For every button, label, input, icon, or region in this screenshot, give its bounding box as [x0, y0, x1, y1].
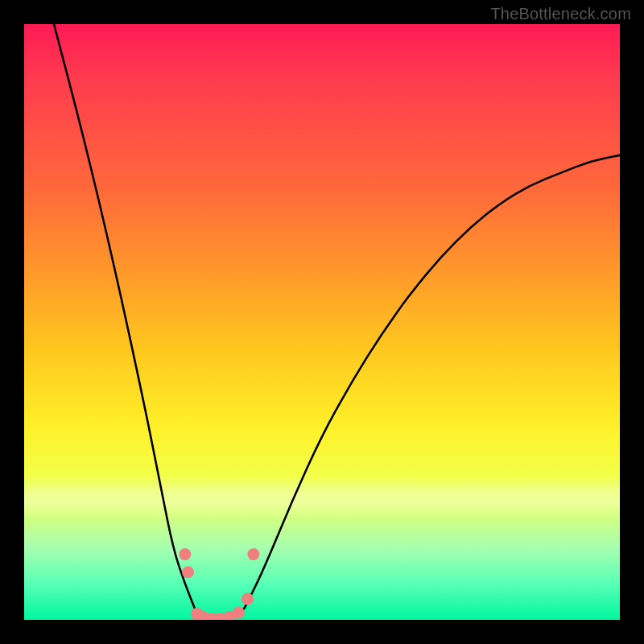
data-marker: [179, 548, 191, 560]
bottleneck-curve: [54, 24, 620, 620]
marker-group: [179, 548, 259, 620]
data-marker: [233, 607, 245, 619]
data-marker: [182, 566, 194, 578]
data-marker: [242, 593, 254, 605]
watermark-text: TheBottleneck.com: [490, 5, 631, 23]
data-marker: [247, 548, 259, 560]
curve-layer: [24, 24, 620, 620]
plot-area: [24, 24, 620, 620]
chart-frame: TheBottleneck.com: [0, 0, 644, 644]
